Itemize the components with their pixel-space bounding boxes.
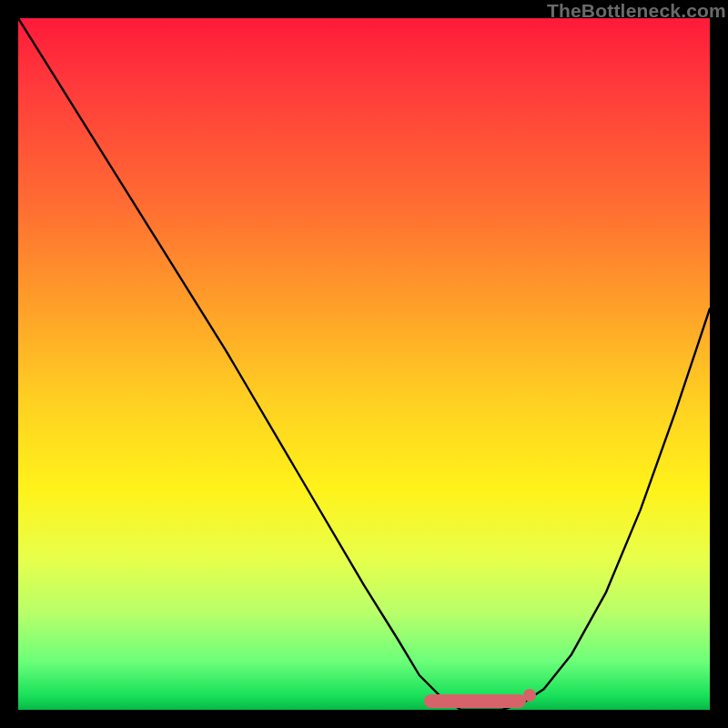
watermark-text: TheBottleneck.com xyxy=(547,0,726,22)
chart-frame xyxy=(18,18,710,710)
curve-line xyxy=(18,18,710,710)
chart-svg xyxy=(18,18,710,710)
svg-rect-0 xyxy=(424,694,526,708)
optimal-band xyxy=(424,689,536,708)
svg-point-1 xyxy=(523,689,536,702)
